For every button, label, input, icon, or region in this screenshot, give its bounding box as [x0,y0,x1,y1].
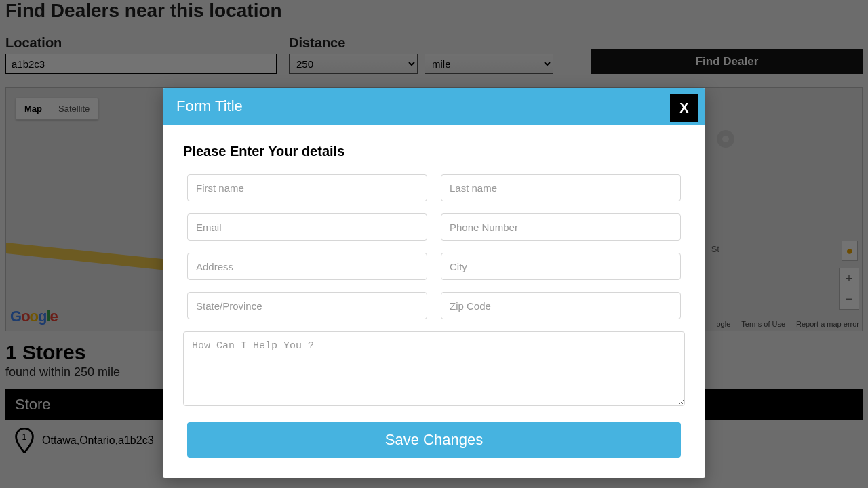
email-field[interactable] [187,214,427,241]
message-field[interactable] [183,331,685,406]
form-grid [183,174,685,319]
details-modal: Form Title X Please Enter Your details S… [163,88,705,478]
phone-field[interactable] [441,214,681,241]
city-field[interactable] [441,253,681,280]
zip-field[interactable] [441,292,681,319]
modal-title: Form Title [163,88,705,125]
state-field[interactable] [187,292,427,319]
close-button[interactable]: X [670,94,698,122]
modal-body: Please Enter Your details Save Changes [163,125,705,478]
last-name-field[interactable] [441,174,681,201]
modal-overlay[interactable]: Form Title X Please Enter Your details S… [0,0,868,488]
modal-subtitle: Please Enter Your details [183,144,685,159]
first-name-field[interactable] [187,174,427,201]
save-button[interactable]: Save Changes [187,422,681,458]
address-field[interactable] [187,253,427,280]
